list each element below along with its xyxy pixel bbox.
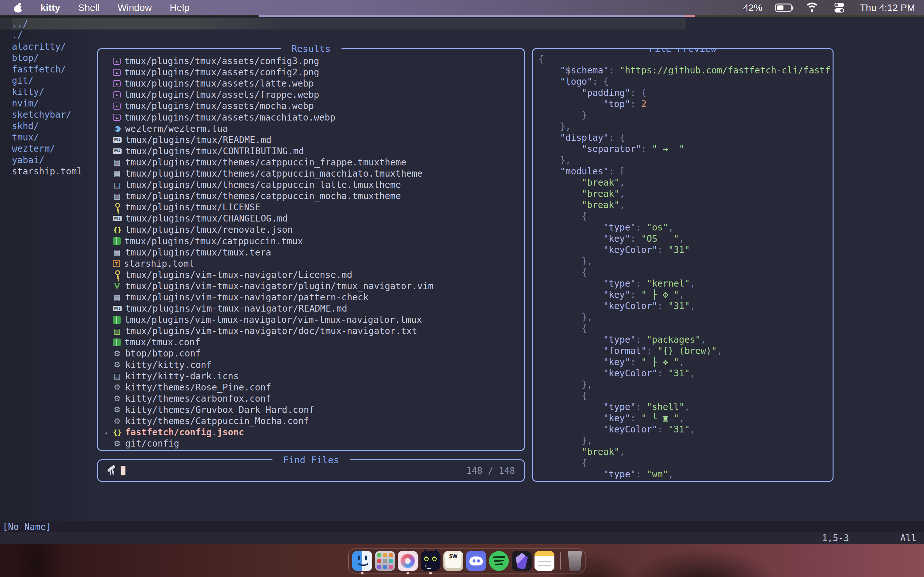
file-path: tmux/plugins/vim-tmux-navigator/vim-tmux… [124, 314, 422, 325]
sidebar-item[interactable]: ./ [12, 29, 686, 41]
file-path: kitty/themes/carbonfox.conf [125, 393, 271, 404]
dock-app-arc[interactable] [398, 551, 418, 571]
vim-statusline: [No Name] [0, 521, 924, 532]
code-line: "keyColor": "31", [538, 300, 830, 311]
code-line: "keyColor": "31" [538, 244, 830, 255]
code-line: { [538, 53, 830, 65]
result-row[interactable]: tmux/plugins/vim-tmux-navigator/vim-tmux… [98, 314, 524, 326]
dock-app-finder[interactable] [352, 551, 372, 571]
result-row[interactable]: kitty/themes/Rose_Pine.conf [98, 382, 524, 393]
result-row[interactable]: tmux/plugins/tmux/renovate.json [98, 224, 524, 235]
result-row[interactable]: wezterm/wezterm.lua [98, 123, 524, 134]
dock-app-kitty[interactable] [421, 551, 441, 571]
vim-ruler-row: 1,5-3 All [0, 532, 924, 544]
gear-file-icon [113, 405, 121, 414]
code-line: "type": "kernel", [538, 278, 830, 289]
result-row[interactable]: tmux/plugins/tmux/assets/frappe.webp [98, 89, 524, 100]
gear-file-icon [113, 439, 121, 448]
battery-icon[interactable] [775, 3, 792, 12]
wifi-icon[interactable] [804, 3, 819, 13]
dock-app-launchpad[interactable] [375, 551, 395, 571]
screen: kitty ShellWindowHelp 42% Thu 4:12 PM ..… [0, 0, 924, 577]
result-row[interactable]: tmux/plugins/vim-tmux-navigator/pattern-… [98, 292, 524, 303]
dock-app-spotify[interactable] [489, 551, 509, 571]
code-line: }, [538, 121, 830, 132]
result-row[interactable]: tmux/plugins/tmux/CONTRIBUTING.md [98, 145, 524, 157]
code-line: "logo": { [538, 76, 830, 87]
result-row[interactable]: tmux/plugins/tmux/assets/mocha.webp [98, 100, 524, 111]
results-list: tmux/plugins/tmux/assets/config3.pngtmux… [98, 55, 524, 450]
result-row[interactable]: starship.toml [98, 258, 524, 269]
menu-bar-status: 42% Thu 4:12 PM [743, 2, 924, 13]
result-row[interactable]: git/config [98, 438, 524, 449]
file-path: tmux/plugins/tmux/assets/config3.png [124, 56, 319, 66]
result-row[interactable]: tmux/plugins/tmux/themes/catppuccin_moch… [98, 190, 524, 201]
code-line: }, [538, 379, 830, 390]
result-row[interactable]: kitty/themes/Catppuccin_Mocha.conf [98, 416, 524, 427]
gear-file-icon [113, 360, 121, 369]
result-row[interactable]: btop/btop.conf [98, 348, 524, 359]
result-row[interactable]: tmux/plugins/tmux/LICENSE [98, 201, 524, 213]
code-line: "keyColor": "31", [538, 424, 830, 435]
file-path: tmux/plugins/vim-tmux-navigator/License.… [125, 269, 352, 280]
md-file-icon [113, 216, 121, 221]
menu-bar: kitty ShellWindowHelp 42% Thu 4:12 PM [0, 0, 924, 15]
launchpad-app-icon [375, 551, 395, 571]
code-line: "$schema": "https://github.com/fastfetch… [538, 65, 830, 76]
file-path: tmux/plugins/tmux/LICENSE [125, 202, 260, 213]
result-row[interactable]: tmux/plugins/tmux/themes/catppuccin_frap… [98, 157, 524, 168]
result-row[interactable]: kitty/kitty.conf [98, 359, 524, 371]
dock-app-keycap[interactable]: $W [443, 551, 463, 571]
result-row[interactable]: tmux/plugins/tmux/assets/macchiato.webp [98, 111, 524, 123]
result-row[interactable]: tmux/plugins/tmux/tmux.tera [98, 247, 524, 258]
result-row[interactable]: tmux/plugins/tmux/README.md [98, 134, 524, 145]
code-line: "type": "packages", [538, 334, 830, 345]
result-row[interactable]: tmux/plugins/tmux/themes/catppuccin_macc… [98, 168, 524, 179]
menu-clock[interactable]: Thu 4:12 PM [860, 2, 915, 13]
sidebar-item[interactable]: ../ [12, 18, 686, 29]
result-row[interactable]: tmux/plugins/vim-tmux-navigator/plugin/t… [98, 280, 524, 292]
tmux-file-icon [113, 316, 121, 324]
result-row[interactable]: tmux/plugins/tmux/assets/config2.png [98, 67, 524, 78]
apple-menu-icon[interactable] [14, 3, 23, 13]
code-line: "separator": " → " [538, 143, 830, 155]
code-line: { [538, 458, 830, 469]
file-path: btop/btop.conf [125, 348, 201, 359]
trash-icon[interactable] [567, 551, 583, 571]
result-row[interactable]: kitty/kitty-dark.icns [98, 371, 524, 382]
file-path: kitty/themes/Gruvbox_Dark_Hard.conf [125, 405, 314, 415]
file-path: starship.toml [124, 258, 194, 269]
result-row[interactable]: tmux/plugins/tmux/CHANGELOG.md [98, 213, 524, 224]
text-cursor [121, 466, 126, 475]
dock-app-notes[interactable] [535, 551, 554, 571]
result-row[interactable]: tmux/plugins/vim-tmux-navigator/License.… [98, 269, 524, 280]
result-row[interactable]: kitty/themes/Gruvbox_Dark_Hard.conf [98, 404, 524, 416]
result-row[interactable]: tmux/plugins/tmux/catppuccin.tmux [98, 235, 524, 247]
menu-app-name[interactable]: kitty [40, 2, 60, 13]
code-line: "keyColor": "31", [538, 367, 830, 379]
txt-file-icon [113, 327, 121, 335]
result-row[interactable]: →fastfetch/config.jsonc [98, 427, 524, 438]
file-path: tmux/plugins/tmux/assets/mocha.webp [124, 101, 314, 111]
md-file-icon [113, 137, 121, 143]
menu-item-shell[interactable]: Shell [78, 2, 100, 13]
menu-item-help[interactable]: Help [170, 2, 190, 13]
match-count: 148 / 148 [466, 466, 515, 476]
control-center-icon[interactable] [832, 3, 847, 13]
result-row[interactable]: tmux/plugins/vim-tmux-navigator/README.m… [98, 303, 524, 314]
result-row[interactable]: tmux/plugins/tmux/assets/config3.png [98, 55, 524, 67]
discord-app-icon [466, 551, 486, 571]
code-line: { [538, 323, 830, 334]
dock-app-obsidian[interactable] [512, 551, 531, 571]
code-line: } [538, 110, 830, 121]
result-row[interactable]: tmux/plugins/tmux/assets/latte.webp [98, 78, 524, 89]
result-row[interactable]: kitty/themes/carbonfox.conf [98, 393, 524, 404]
result-row[interactable]: tmux/plugins/vim-tmux-navigator/doc/tmux… [98, 326, 524, 337]
result-row[interactable]: tmux/plugins/tmux/themes/catppuccin_latt… [98, 179, 524, 190]
dock-app-discord[interactable] [466, 551, 486, 571]
result-row[interactable]: tmux/tmux.conf [98, 337, 524, 348]
find-files-input[interactable]: 148 / 148 [98, 460, 524, 481]
file-path: tmux/plugins/tmux/themes/catppuccin_moch… [125, 191, 401, 201]
file-path: tmux/plugins/tmux/themes/catppuccin_macc… [125, 168, 423, 179]
menu-item-window[interactable]: Window [118, 2, 152, 13]
